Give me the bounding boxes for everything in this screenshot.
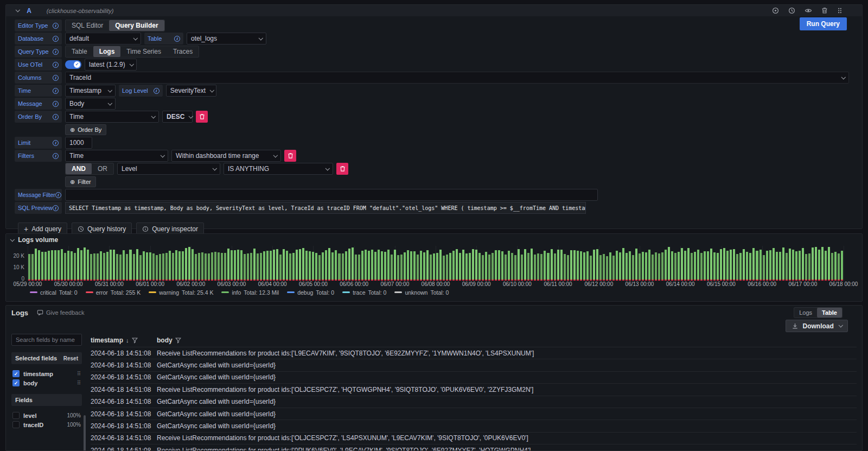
legend-item[interactable]: infoTotal: 12.3 Mil: [221, 289, 279, 296]
table-select[interactable]: otel_logs: [187, 33, 266, 45]
remove-order-by-button[interactable]: [196, 111, 208, 123]
legend-series-label[interactable]: debug: [297, 289, 313, 296]
reset-fields-button[interactable]: Reset: [63, 355, 78, 361]
log-table-row[interactable]: 2024-06-18 14:51:08Receive ListRecommend…: [91, 444, 857, 451]
info-icon[interactable]: i: [53, 62, 59, 68]
legend-item[interactable]: errorTotal: 255 K: [86, 289, 141, 296]
timestamp-column-header[interactable]: timestamp ↓: [91, 336, 157, 344]
info-icon[interactable]: i: [53, 140, 59, 146]
legend-series-label[interactable]: unknown: [405, 289, 427, 296]
and-condition-option[interactable]: AND: [66, 163, 92, 174]
query-type-timeseries-option[interactable]: Time Series: [120, 46, 167, 57]
time-column-select[interactable]: Timestamp: [65, 85, 116, 97]
query-type-traces-option[interactable]: Traces: [167, 46, 199, 57]
or-condition-option[interactable]: OR: [92, 163, 113, 174]
legend-series-label[interactable]: info: [232, 289, 241, 296]
message-filter-input[interactable]: [65, 189, 598, 201]
logs-volume-bar: [726, 251, 729, 281]
order-by-field-select[interactable]: Time: [65, 111, 159, 123]
legend-item[interactable]: traceTotal: 0: [342, 289, 386, 296]
legend-series-label[interactable]: error: [96, 289, 108, 296]
logs-volume-bar: [805, 254, 807, 281]
view-table-option[interactable]: Table: [817, 308, 842, 317]
info-icon[interactable]: i: [53, 88, 59, 94]
legend-item[interactable]: debugTotal: 0: [287, 289, 334, 296]
info-icon[interactable]: i: [53, 23, 59, 29]
chart-plot-area[interactable]: [28, 246, 844, 281]
log-table-row[interactable]: 2024-06-18 14:51:08Receive ListRecommend…: [91, 347, 857, 359]
logs-volume-bar: [305, 251, 308, 281]
add-order-by-button[interactable]: ⊕ Order By: [65, 124, 106, 135]
log-level-column-select[interactable]: SeverityText: [166, 85, 216, 97]
log-table-row[interactable]: 2024-06-18 14:51:08GetCartAsync called w…: [91, 371, 857, 383]
info-icon[interactable]: i: [53, 153, 59, 159]
info-icon[interactable]: i: [53, 49, 59, 55]
otel-version-select[interactable]: latest (1.2.9): [85, 59, 137, 71]
info-icon[interactable]: i: [53, 114, 59, 120]
drag-handle-icon[interactable]: ⠿: [77, 380, 81, 386]
filter-funnel-icon[interactable]: [132, 338, 138, 344]
query-history-icon[interactable]: [788, 7, 795, 14]
panel-collapse-chevron-icon[interactable]: [10, 237, 15, 242]
filter2-field-select[interactable]: Level: [117, 163, 220, 175]
log-table-row[interactable]: 2024-06-18 14:51:08GetCartAsync called w…: [91, 359, 857, 371]
field-checkbox-unchecked[interactable]: [12, 421, 20, 428]
drag-handle-icon[interactable]: ⠿: [77, 371, 81, 377]
search-fields-input[interactable]: [11, 334, 82, 346]
info-icon[interactable]: i: [53, 36, 59, 42]
remove-query-trash-icon[interactable]: [821, 7, 828, 14]
field-checkbox-checked[interactable]: ✓: [12, 379, 20, 386]
info-icon[interactable]: i: [53, 101, 59, 107]
datasource-help-icon[interactable]: [772, 7, 779, 14]
collapse-chevron-icon[interactable]: [15, 8, 20, 12]
filter-operator-select[interactable]: Within dashboard time range: [171, 150, 281, 162]
log-table-row[interactable]: 2024-06-18 14:51:08Receive ListRecommend…: [91, 432, 857, 444]
query-type-logs-option[interactable]: Logs: [93, 46, 121, 57]
logs-volume-bar: [348, 249, 350, 281]
run-query-button[interactable]: Run Query: [800, 17, 847, 30]
database-select[interactable]: default: [65, 33, 141, 45]
sort-descending-icon[interactable]: ↓: [126, 337, 129, 344]
info-icon[interactable]: i: [55, 192, 61, 198]
view-logs-option[interactable]: Logs: [794, 308, 817, 317]
filter2-operator-select[interactable]: IS ANYTHING: [224, 163, 333, 175]
field-checkbox-unchecked[interactable]: [12, 412, 20, 419]
sql-editor-option[interactable]: SQL Editor: [66, 20, 109, 31]
info-icon[interactable]: i: [174, 36, 180, 42]
download-button[interactable]: Download: [786, 320, 848, 332]
use-otel-toggle[interactable]: ✓: [65, 60, 81, 69]
remove-filter2-button[interactable]: [336, 163, 348, 175]
query-type-table-option[interactable]: Table: [66, 46, 93, 57]
legend-series-label[interactable]: critical: [40, 289, 56, 296]
remove-filter-button[interactable]: [284, 150, 296, 162]
legend-item[interactable]: criticalTotal: 0: [30, 289, 78, 296]
query-builder-option[interactable]: Query Builder: [109, 20, 164, 31]
drag-query-handle-icon[interactable]: [837, 7, 843, 14]
filter-funnel-icon[interactable]: [175, 338, 181, 344]
add-filter-button[interactable]: ⊕ Filter: [65, 176, 96, 187]
query-row-header[interactable]: A (clickhouse-observability): [6, 5, 862, 16]
log-table-row[interactable]: 2024-06-18 14:51:08Receive ListRecommend…: [91, 383, 857, 395]
body-column-header[interactable]: body: [157, 336, 857, 344]
scrollbar-thumb[interactable]: [84, 415, 86, 451]
logs-volume-bar: [834, 252, 837, 281]
info-icon[interactable]: i: [53, 205, 59, 211]
columns-multiselect[interactable]: TraceId: [65, 72, 849, 84]
legend-series-label[interactable]: warning: [159, 289, 179, 296]
info-icon[interactable]: i: [53, 75, 59, 81]
order-by-direction-select[interactable]: DESC: [162, 111, 193, 123]
log-table-row[interactable]: 2024-06-18 14:51:08GetCartAsync called w…: [91, 420, 857, 431]
sql-preview-text[interactable]: SELECT Timestamp as timestamp, Body as b…: [65, 202, 586, 214]
legend-item[interactable]: unknownTotal: 0: [394, 289, 449, 296]
hide-query-eye-icon[interactable]: [805, 7, 812, 14]
legend-series-label[interactable]: trace: [353, 289, 365, 296]
log-table-row[interactable]: 2024-06-18 14:51:08GetCartAsync called w…: [91, 408, 857, 420]
field-checkbox-checked[interactable]: ✓: [12, 370, 20, 377]
give-feedback-link[interactable]: Give feedback: [37, 309, 84, 316]
legend-item[interactable]: warningTotal: 25.4 K: [149, 289, 213, 296]
log-table-row[interactable]: 2024-06-18 14:51:08GetCartAsync called w…: [91, 396, 857, 408]
limit-input[interactable]: [65, 137, 92, 149]
message-column-select[interactable]: Body: [65, 98, 116, 110]
info-icon[interactable]: i: [154, 88, 159, 94]
filter-field-select[interactable]: Time: [65, 150, 168, 162]
